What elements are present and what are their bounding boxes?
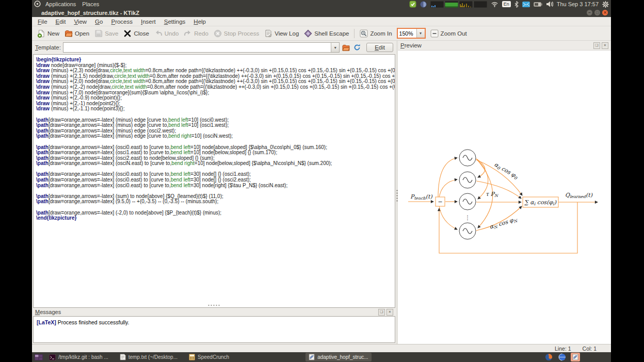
toolbar-separator [354,29,355,38]
volume-icon[interactable] [546,1,553,7]
zoom-in-icon [360,29,368,38]
clock[interactable]: Thu Sep 3 17:57 [557,1,599,7]
keyboard-layout-indicator[interactable]: En [502,1,511,7]
applications-menu[interactable]: Applications [44,1,77,7]
taskbar-item-4[interactable]: adaptive_hopf_struc... [305,353,371,361]
preview-float-button[interactable]: ❏ [593,42,600,49]
globe-indicator-icon[interactable] [420,1,427,8]
log-tag: [LaTeX] [37,319,56,325]
window-title-bar[interactable]: adaptive_hopf_structure.tikz - KTikZ − □… [32,8,611,17]
minimize-button[interactable]: − [587,10,592,15]
desktop-screen: Applications Places En Thu Sep 3 17:57 a… [32,0,611,362]
calculator-icon [189,354,195,360]
toolbar-new-button[interactable]: New [35,28,62,39]
minus-to-osci1 [439,179,457,198]
tikz-preview-diagram: − ⋮ Pteach(t) Qlearned(t) ∑ αi cos(φi) α… [407,145,611,259]
toolbar-zoom-in-button[interactable]: Zoom In [357,28,394,39]
taskbar-item-2[interactable]: temp.txt (~/Desktop... [117,353,181,361]
open-icon [65,29,73,38]
toolbar-close-button[interactable]: Close [121,28,151,39]
new-icon [37,29,45,38]
template-label: Template: [35,44,61,51]
zoom-out-icon [430,29,439,38]
template-reload-button[interactable] [352,43,361,52]
preview-close-button[interactable]: ✕ [602,42,608,49]
close-window-button[interactable]: ✕ [602,10,608,15]
status-line: Line: 1 [555,345,571,352]
code-editor[interactable]: \begin{tikzpicture}\draw node[draw=orang… [33,54,395,308]
template-combobox[interactable]: ▾ [63,42,340,53]
wifi-icon[interactable] [491,1,498,7]
ktikz-icon [309,354,315,360]
toolbar-stop-label: Stop Process [224,30,259,37]
toolbar-undo-button: Undo [152,28,182,39]
oscillator-nodes [459,150,476,239]
editor-messages-splitter[interactable] [207,304,221,306]
messages-close-button[interactable]: ✕ [387,309,393,316]
toolbar-new-label: New [47,30,59,37]
menu-insert[interactable]: Insert [137,18,159,25]
menu-help[interactable]: Help [190,18,210,25]
minus-sign: − [438,199,442,205]
template-input[interactable] [63,44,331,51]
alphaN-label: αN cos φN [489,216,519,231]
browser-globe-icon[interactable] [557,353,567,361]
shell-icon [304,29,312,38]
code-line-15[interactable]: \path[draw=orange,arrows=-latex] (minus)… [36,134,395,139]
code-line-27[interactable]: \path[draw=orange,arrows=-latex] (9.5,0)… [36,199,395,205]
messages-log[interactable]: [LaTeX] Process finished successfully. [33,316,395,343]
menu-process[interactable]: Process [107,18,136,25]
places-menu[interactable]: Places [81,1,101,7]
workspace-switcher[interactable] [35,354,43,360]
log-text: Process finished successfully. [56,319,130,325]
vertical-dots: ⋮ [465,215,471,221]
toolbar-open-label: Open [75,30,89,37]
distro-logo-icon[interactable] [34,1,41,8]
code-line-20[interactable]: \path[draw=orange,arrows=-latex] (osciN.… [36,161,395,167]
taskbar-item-label: adaptive_hopf_struc... [317,354,368,360]
ktikz-window: File Edit View Go Process Insert Setting… [32,17,611,352]
toolbar-zoom-out-button[interactable]: Zoom Out [428,28,470,39]
toolbar-shell-button[interactable]: Shell Escape [301,28,351,39]
firefox-icon[interactable] [544,353,553,361]
toolbar-redo-label: Redo [194,30,208,37]
menu-settings[interactable]: Settings [160,18,189,25]
output-signal-label: Qlearned(t) [565,192,593,199]
bluetooth-icon[interactable] [514,1,519,8]
menu-file[interactable]: File [34,18,51,25]
ktikz-launcher-icon[interactable] [571,353,580,361]
code-line-10[interactable]: \draw (minus) +(2,-1.1) node(point3){}; [36,106,395,112]
redo-icon [184,29,192,38]
minus-to-osciN [439,206,457,229]
template-open-file-button[interactable] [342,43,350,52]
messages-float-button[interactable]: ❏ [378,309,385,316]
menu-edit[interactable]: Edit [52,18,70,25]
taskbar-items: /tmp/ktikz.git : bash ...temp.txt (~/Des… [46,353,377,361]
mail-icon[interactable] [522,2,530,7]
menu-go[interactable]: Go [91,18,106,25]
zoom-level-input[interactable] [398,30,416,37]
code-line-30[interactable]: \end{tikzpicture} [36,216,395,221]
menu-view[interactable]: View [70,18,90,25]
battery-icon[interactable] [534,2,542,7]
session-gear-icon[interactable] [602,1,609,8]
maximize-button[interactable]: □ [594,10,600,15]
toolbar-open-button[interactable]: Open [62,28,92,39]
preview-canvas[interactable]: − ⋮ Pteach(t) Qlearned(t) ∑ αi cos(φi) α… [398,50,611,344]
code-line-24[interactable]: \path[draw=orange,arrows=-latex] (osci0.… [36,183,395,189]
taskbar-item-label: temp.txt (~/Desktop... [128,354,178,360]
updates-ok-icon[interactable] [409,1,416,8]
toolbar-viewlog-button[interactable]: View Log [262,28,301,39]
main-area: Template: ▾ Edit \begin{tikzpicture}\dra… [32,41,611,344]
taskbar-item-3[interactable]: SpeedCrunch [186,353,232,361]
code-line-29[interactable]: \path[draw=orange,arrows=-latex] (-2,0) … [36,210,395,216]
template-edit-button[interactable]: Edit [366,43,393,52]
zoom-level-combobox[interactable]: ▾ [397,28,426,39]
terminal-icon [49,354,56,360]
template-dropdown-button[interactable]: ▾ [331,43,339,52]
zoom-dropdown-button[interactable]: ▾ [416,29,425,38]
system-monitor-graphs[interactable] [430,1,487,8]
taskbar: /tmp/ktikz.git : bash ...temp.txt (~/Des… [32,352,611,362]
toolbar-buttons: NewOpenSaveCloseUndoRedoStop ProcessView… [35,28,351,39]
taskbar-item-1[interactable]: /tmp/ktikz.git : bash ... [46,353,111,361]
